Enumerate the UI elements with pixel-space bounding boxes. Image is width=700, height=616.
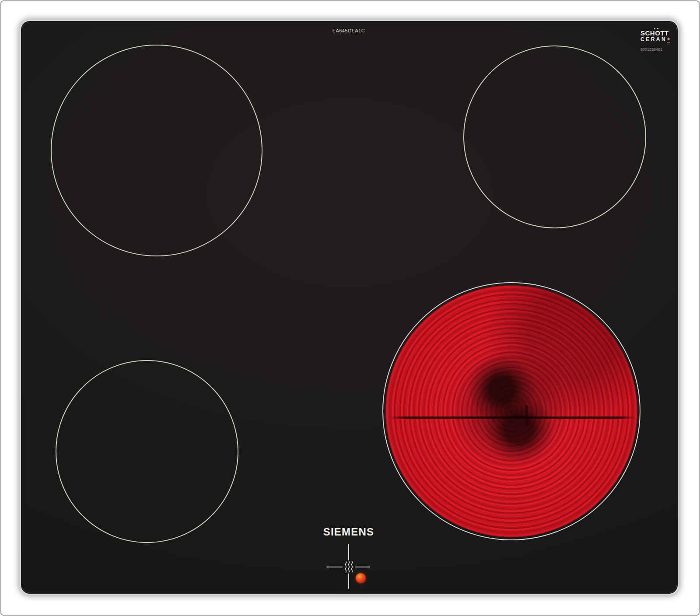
alignment-cross-line: [348, 574, 349, 589]
ceran-word: CERAN: [640, 36, 667, 42]
alignment-cross-line: [348, 544, 349, 560]
power-indicator-dot: [356, 573, 366, 583]
serial-number-label: 9001355481: [640, 47, 670, 52]
ceran-logo-text: CERAN®: [640, 37, 670, 42]
cooking-zone-front-left: [56, 360, 238, 543]
siemens-logo: SIEMENS: [323, 526, 374, 538]
cooking-zone-front-right: [382, 282, 640, 540]
registered-trademark-mark: ®: [667, 38, 670, 42]
glowing-radiant-element: [385, 285, 637, 537]
schott-ceran-logo: SCHOTT CERAN® 9001355481: [640, 30, 670, 52]
residual-heat-icon: [344, 561, 354, 573]
cooking-zone-back-left: [51, 45, 262, 256]
cooktop-product-image: EA645GEA1C SCHOTT CERAN® 9001355481 SIEM…: [0, 0, 700, 616]
schott-word: SCHOTT: [640, 29, 669, 37]
cooking-zone-back-right: [463, 46, 646, 228]
alignment-cross-line: [355, 567, 370, 567]
ceramic-glass-surface: EA645GEA1C SCHOTT CERAN® 9001355481 SIEM…: [22, 22, 677, 593]
model-number-label: EA645GEA1C: [332, 28, 365, 33]
alignment-cross-line: [326, 567, 343, 567]
schott-logo-dots-decoration: [654, 28, 655, 29]
schott-logo-text: SCHOTT: [640, 30, 670, 36]
